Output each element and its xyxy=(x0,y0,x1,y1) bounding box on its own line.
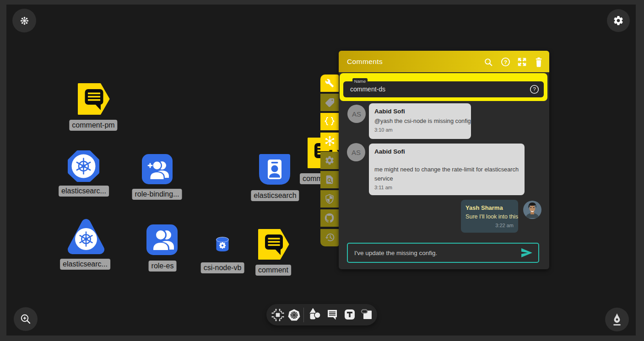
svg-text:?: ? xyxy=(533,86,536,92)
svg-text:?: ? xyxy=(504,59,507,65)
